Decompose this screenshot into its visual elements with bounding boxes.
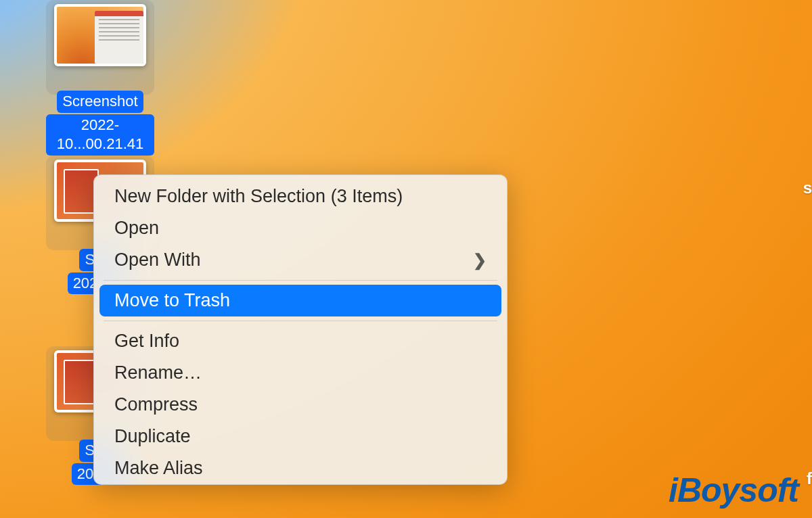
edge-text-fragment: s [803,179,812,197]
menu-item-move-to-trash[interactable]: Move to Trash [99,285,501,316]
menu-item-compress[interactable]: Compress [99,389,501,421]
context-menu: New Folder with Selection (3 Items) Open… [93,174,508,485]
chevron-right-icon: ❯ [473,251,487,270]
menu-item-make-alias[interactable]: Make Alias [99,452,501,484]
menu-item-label: Duplicate [114,426,191,447]
menu-item-label: Rename… [114,362,202,383]
menu-separator [104,321,497,321]
file-label-line2: 2022-10...00.21.41 [46,114,154,156]
watermark-text: iBoysoft [669,471,798,509]
desktop-file-1[interactable]: Screenshot 2022-10...00.21.41 [46,4,154,156]
file-thumbnail [54,4,146,66]
menu-item-label: Open With [114,250,201,270]
edge-text-fragment: f [807,469,812,488]
menu-item-label: Compress [114,394,198,415]
menu-item-label: Move to Trash [114,290,230,311]
menu-item-duplicate[interactable]: Duplicate [99,421,501,452]
watermark-logo: iBoysoft [669,471,798,510]
menu-item-new-folder-with-selection[interactable]: New Folder with Selection (3 Items) [99,181,501,212]
menu-item-open[interactable]: Open [99,212,501,244]
menu-item-get-info[interactable]: Get Info [99,325,501,357]
file-label-line1: Screenshot [57,91,143,113]
menu-item-rename[interactable]: Rename… [99,357,501,389]
menu-item-label: Make Alias [114,458,203,479]
file-label: Screenshot 2022-10...00.21.41 [46,91,154,156]
menu-item-label: Get Info [114,331,179,352]
menu-item-open-with[interactable]: Open With ❯ [99,244,501,276]
menu-item-label: New Folder with Selection (3 Items) [114,186,403,207]
menu-item-label: Open [114,218,159,239]
menu-separator [104,280,497,281]
